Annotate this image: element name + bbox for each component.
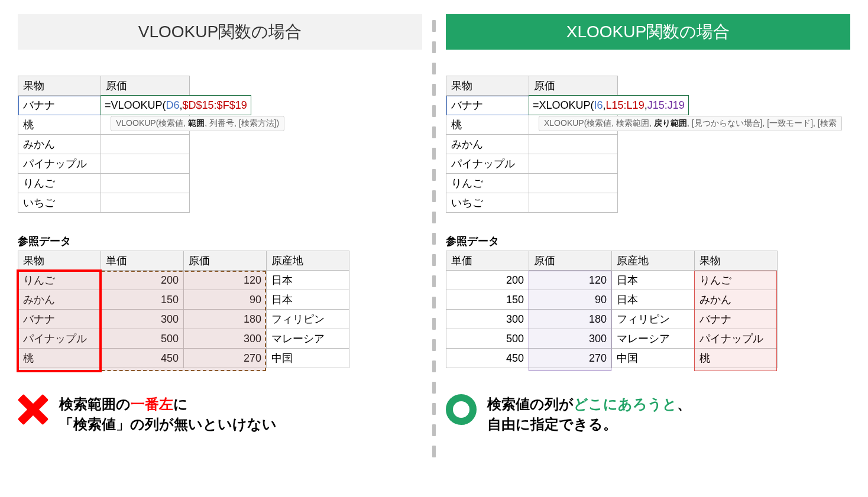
xlookup-formula: =XLOOKUP(I6,L15:L19,J15:J19 (529, 95, 689, 115)
table-row: みかん (446, 135, 529, 154)
header-fruit: 果物 (446, 76, 529, 96)
circle-icon (446, 394, 477, 425)
table-row: りんご (446, 174, 529, 193)
vlookup-input-table: 果物 原価 バナナ =VLOOKUP(D6,$D$15:$F$19 VLOOKU… (18, 76, 190, 213)
ref-header: 原産地 (267, 251, 349, 271)
table-row: みかん15090日本 (18, 290, 349, 310)
vlookup-panel: VLOOKUP関数の場合 果物 原価 バナナ =VLOOKUP(D6,$D$15… (18, 14, 422, 457)
xlookup-summary-text: 検索値の列がどこにあろうと、 自由に指定できる。 (487, 394, 691, 434)
ref-header: 単価 (446, 251, 529, 271)
vlookup-title: VLOOKUP関数の場合 (18, 14, 422, 50)
ref-header: 原価 (529, 251, 612, 271)
xlookup-summary: 検索値の列がどこにあろうと、 自由に指定できる。 (446, 394, 850, 434)
vlookup-ref-table: 果物 単価 原価 原産地 りんご200120日本 みかん15090日本 バナナ3… (18, 251, 349, 368)
table-row: パイナップル (446, 154, 529, 174)
table-row: 桃 (18, 115, 101, 135)
table-row: いちご (18, 193, 101, 213)
header-cost: 原価 (101, 76, 190, 96)
table-row: みかん (18, 135, 101, 154)
ref-header: 原産地 (612, 251, 695, 271)
vlookup-tooltip: VLOOKUP(検索値, 範囲, 列番号, [検索方法]) (111, 116, 284, 131)
ref-header: 果物 (18, 251, 101, 271)
xlookup-title: XLOOKUP関数の場合 (446, 14, 850, 50)
vertical-divider (422, 14, 446, 457)
table-row: いちご (446, 193, 529, 213)
ref-header: 単価 (101, 251, 184, 271)
xlookup-ref-wrap: 単価 原価 原産地 果物 200120日本りんご 15090日本みかん 3001… (446, 251, 778, 368)
vlookup-ref-wrap: 果物 単価 原価 原産地 りんご200120日本 みかん15090日本 バナナ3… (18, 251, 349, 368)
xlookup-ref-table: 単価 原価 原産地 果物 200120日本りんご 15090日本みかん 3001… (446, 251, 778, 368)
table-row: 500300マレーシアパイナップル (446, 329, 778, 349)
ref-header: 果物 (695, 251, 778, 271)
table-row: パイナップル500300マレーシア (18, 329, 349, 349)
vlookup-formula: =VLOOKUP(D6,$D$15:$F$19 (101, 95, 251, 115)
vlookup-summary: 検索範囲の一番左に 「検索値」の列が無いといけない (18, 394, 422, 434)
table-row: 桃 (446, 115, 529, 135)
cross-icon (18, 394, 48, 425)
formula-cell[interactable]: =XLOOKUP(I6,L15:L19,J15:J19 XLOOKUP(検索値,… (529, 96, 618, 115)
xlookup-input-table: 果物 原価 バナナ =XLOOKUP(I6,L15:L19,J15:J19 XL… (446, 76, 618, 213)
table-row: パイナップル (18, 154, 101, 174)
table-row: 300180フィリピンバナナ (446, 310, 778, 329)
table-row: 15090日本みかん (446, 290, 778, 310)
table-row: 桃450270中国 (18, 349, 349, 368)
ref-header: 原価 (184, 251, 267, 271)
table-row: 450270中国桃 (446, 349, 778, 368)
xlookup-tooltip: XLOOKUP(検索値, 検索範囲, 戻り範囲, [見つからない場合], [一致… (539, 116, 842, 131)
vlookup-summary-text: 検索範囲の一番左に 「検索値」の列が無いといけない (59, 394, 277, 434)
lookup-value-cell[interactable]: バナナ (18, 96, 101, 115)
lookup-value-cell[interactable]: バナナ (446, 96, 529, 115)
table-row: りんご200120日本 (18, 271, 349, 290)
table-row: バナナ300180フィリピン (18, 310, 349, 329)
ref-label-right: 参照データ (446, 234, 850, 248)
xlookup-panel: XLOOKUP関数の場合 果物 原価 バナナ =XLOOKUP(I6,L15:L… (446, 14, 850, 457)
header-cost: 原価 (529, 76, 618, 96)
table-row: りんご (18, 174, 101, 193)
header-fruit: 果物 (18, 76, 101, 96)
table-row: 200120日本りんご (446, 271, 778, 290)
formula-cell[interactable]: =VLOOKUP(D6,$D$15:$F$19 VLOOKUP(検索値, 範囲,… (101, 96, 190, 115)
ref-label-left: 参照データ (18, 234, 422, 248)
